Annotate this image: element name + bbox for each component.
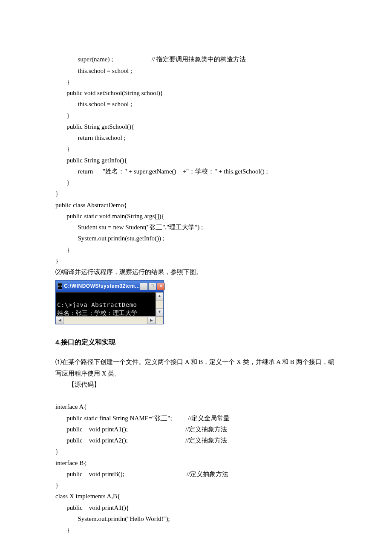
code-line: this.school = school ; xyxy=(55,101,132,107)
code-line: System.out.println("Hello World!"); xyxy=(55,515,170,522)
code-line: public void printA1(){ xyxy=(55,504,129,511)
code-line: return "姓名：" + super.getName() +"；学校：" +… xyxy=(55,168,268,175)
code-line: } xyxy=(55,482,58,489)
horizontal-scrollbar[interactable]: ◀ ▶ xyxy=(56,316,163,324)
code-line: public static final String NAME="张三"; xyxy=(55,415,172,422)
code-line: } xyxy=(55,448,58,455)
code-line: public void printA2(); xyxy=(55,437,128,444)
scroll-right-icon[interactable]: ▶ xyxy=(147,317,156,324)
maximize-button[interactable]: □ xyxy=(148,283,156,290)
code-line: return this.school ; xyxy=(55,134,126,141)
code-line: } xyxy=(55,526,69,533)
scroll-corner xyxy=(156,317,163,324)
code-line: } xyxy=(55,190,58,197)
code-line: public String getSchool(){ xyxy=(55,123,134,130)
code-line: } xyxy=(55,78,69,85)
vertical-scrollbar[interactable]: ▲ ▼ xyxy=(156,292,163,316)
cmd-app-icon: c:\ xyxy=(58,283,62,289)
section-heading-4: 4.接口的定义和实现 xyxy=(55,336,337,348)
scroll-down-icon[interactable]: ▼ xyxy=(156,308,163,316)
code-line: public class AbstractDemo{ xyxy=(55,202,127,208)
code-comment: //定义抽象方法 xyxy=(128,437,227,444)
cmd-title-text: C:\WINDOWS\system32\cm... xyxy=(64,282,140,291)
scroll-up-icon[interactable]: ▲ xyxy=(156,292,163,301)
cmd-output: C:\>java AbstractDemo 姓名：张三；学校：理工大学 xyxy=(56,292,156,316)
code-line: } xyxy=(55,179,69,186)
code-line: } xyxy=(55,145,69,152)
code-line: } xyxy=(55,257,58,264)
cmd-window: c:\ C:\WINDOWS\system32\cm... _ □ × C:\>… xyxy=(55,280,164,324)
code-line: public void setSchool(String school){ xyxy=(55,90,163,96)
code-comment: ; // 指定要调用抽象类中的构造方法 xyxy=(110,56,246,63)
code-block-1: super(name) ; // 指定要调用抽象类中的构造方法 this.sch… xyxy=(55,43,337,266)
cmd-line: 姓名：张三；学校：理工大学 xyxy=(57,309,138,316)
code-comment: //定义全局常量 xyxy=(172,415,230,422)
step-1-para: ⑴在某个路径下创建一个文件。定义两个接口 A 和 B，定义一个 X 类，并继承 … xyxy=(55,356,337,379)
code-line: public void printA1(); xyxy=(55,426,128,433)
code-line: } xyxy=(55,112,69,119)
code-block-2: interface A{ public static final String … xyxy=(55,390,337,535)
code-line: } xyxy=(55,246,69,253)
scroll-left-icon[interactable]: ◀ xyxy=(56,317,64,324)
source-code-label: 【源代码】 xyxy=(55,379,337,390)
code-line: this.school = school ; xyxy=(55,67,132,74)
code-line: interface B{ xyxy=(55,460,86,466)
cmd-line: C:\>java AbstractDemo xyxy=(57,301,137,308)
minimize-button[interactable]: _ xyxy=(140,283,148,290)
code-line: public static void main(String args[]){ xyxy=(55,213,164,220)
cmd-titlebar: c:\ C:\WINDOWS\system32\cm... _ □ × xyxy=(56,280,163,292)
code-line: System.out.println(stu.getInfo()) ; xyxy=(55,235,164,242)
scroll-track[interactable] xyxy=(64,317,147,324)
close-button[interactable]: × xyxy=(157,283,165,290)
code-comment: //定义抽象方法 xyxy=(124,471,229,477)
code-line: class X implements A,B{ xyxy=(55,493,120,500)
code-comment: //定义抽象方法 xyxy=(128,426,227,433)
code-line: Student stu = new Student("张三","理工大学") ; xyxy=(55,224,203,231)
step-2-note: ⑵编译并运行该程序，观察运行的结果，参照下图。 xyxy=(55,266,337,278)
code-line: super(name) xyxy=(55,56,110,63)
code-line: public void printB(); xyxy=(55,471,124,477)
code-line: interface A{ xyxy=(55,403,86,410)
code-line: public String getInfo(){ xyxy=(55,157,127,164)
